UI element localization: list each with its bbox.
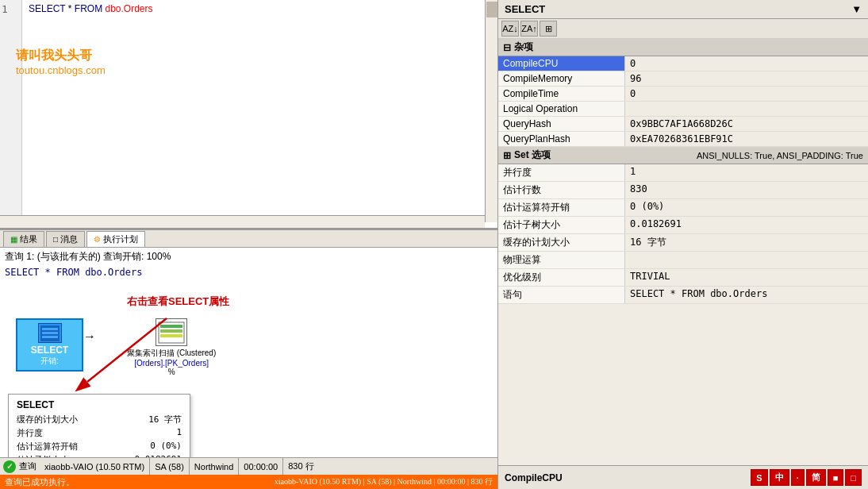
right-content: ⊟ 杂项 CompileCPU 0 CompileMemory 96 Compi…	[498, 39, 868, 465]
prop-val-est-subtree: 0.0182691	[625, 217, 868, 233]
prop-row-opt-level: 优化级别 TRIVIAL	[498, 269, 868, 287]
prop-key-est-cost: 估计运算符开销	[498, 199, 625, 216]
status-bar: ✓ 查询 xiaobb-VAIO (10.50 RTM) SA (58) Nor…	[0, 457, 497, 475]
sql-star: *	[68, 3, 75, 14]
prop-key-queryhash: QueryHash	[498, 117, 625, 131]
svg-rect-2	[42, 332, 58, 334]
status-query-text: 查询	[19, 460, 36, 472]
plus-icon: ⊞	[503, 150, 511, 161]
tooltip-key-0: 缓存的计划大小	[17, 414, 78, 425]
prop-val-compilecpu: 0	[625, 56, 868, 71]
tab-results[interactable]: ▦ 结果	[3, 231, 44, 247]
footer-btn-s[interactable]: S	[751, 469, 767, 486]
footer-btn-zh[interactable]: 中	[770, 469, 789, 486]
line-numbers: 1	[0, 0, 22, 228]
set-val: ANSI_NULLS: True, ANSI_PADDING: True	[697, 151, 863, 160]
misc-section: ⊟ 杂项 CompileCPU 0 CompileMemory 96 Compi…	[498, 39, 868, 147]
watermark-url: toutou.cnblogs.com	[16, 64, 106, 76]
watermark: 请叫我头头哥 toutou.cnblogs.com	[16, 48, 106, 76]
tooltip-title: SELECT	[17, 399, 182, 410]
right-footer: CompileCPU S 中 · 简 ■ □	[498, 465, 868, 489]
prop-val-physical-op	[625, 252, 868, 268]
prop-val-cache-size: 16 字节	[625, 234, 868, 251]
tooltip-row-3: 估计子树大小 0.0182691	[17, 454, 182, 457]
status-user: SA (58)	[150, 458, 190, 476]
select-node-sub: 开销:	[22, 356, 77, 367]
status-time: 00:00:00	[239, 458, 283, 476]
prop-row-est-cost: 估计运算符开销 0 (0%)	[498, 199, 868, 217]
prop-row-cache-size: 缓存的计划大小 16 字节	[498, 234, 868, 252]
sql-table: dbo.Orders	[106, 3, 153, 14]
tooltip-rows: 缓存的计划大小 16 字节 并行度 1 估计运算符开销 0 (0%) 估计子	[17, 414, 182, 457]
misc-section-label: 杂项	[514, 40, 533, 54]
status-check-icon: ✓	[3, 460, 16, 473]
vertical-scrollbar[interactable]	[485, 0, 497, 222]
prop-key-opt-level: 优化级别	[498, 269, 625, 286]
tooltip-row-0: 缓存的计划大小 16 字节	[17, 414, 182, 425]
prop-key-logical-op: Logical Operation	[498, 102, 625, 116]
prop-key-compilecpu: CompileCPU	[498, 56, 625, 71]
status-server: xiaobb-VAIO (10.50 RTM)	[40, 458, 150, 476]
error-text: 查询已成功执行。	[5, 476, 75, 488]
tab-execution-plan[interactable]: ⚙ 执行计划	[86, 231, 145, 247]
right-dropdown-arrow[interactable]: ▼	[851, 3, 862, 15]
bottom-tabs: ▦ 结果 □ 消息 ⚙ 执行计划	[0, 230, 497, 248]
prop-val-est-cost: 0 (0%)	[625, 199, 868, 216]
tooltip-val-3: 0.0182691	[134, 454, 182, 457]
footer-btn-box1[interactable]: ■	[828, 469, 844, 486]
grid-view-icon: ⊞	[545, 24, 552, 34]
prop-val-est-rows: 830	[625, 182, 868, 198]
prop-val-queryhash: 0x9BBC7AF1A668D26C	[625, 117, 868, 131]
query-header: 查询 1: (与该批有关的) 查询开销: 100%	[0, 248, 497, 266]
right-toolbar: AZ↓ ZA↑ ⊞	[498, 19, 868, 39]
sort-az-icon: AZ↓	[502, 24, 518, 33]
tooltip-key-3: 估计子树大小	[17, 454, 69, 457]
footer-buttons: S 中 · 简 ■ □	[751, 469, 862, 486]
select-node-label: SELECT	[22, 345, 77, 356]
footer-btn-jian[interactable]: 简	[806, 469, 826, 486]
right-panel: SELECT ▼ AZ↓ ZA↑ ⊞ ⊟ 杂项	[498, 0, 868, 489]
status-rows: 830 行	[283, 458, 318, 476]
prop-val-logical-op	[625, 102, 868, 116]
footer-btn-box2[interactable]: □	[845, 469, 862, 486]
misc-section-header[interactable]: ⊟ 杂项	[498, 39, 868, 56]
footer-btn-dot[interactable]: ·	[791, 469, 805, 486]
status-items: xiaobb-VAIO (10.50 RTM) SA (58) Northwin…	[40, 458, 319, 476]
status-db: Northwind	[190, 458, 240, 476]
annotation-text: 右击查看SELECT属性	[127, 295, 229, 309]
editor-main[interactable]: SELECT * FROM dbo.Orders	[24, 0, 497, 17]
set-section-header[interactable]: ⊞ Set 选项 ANSI_NULLS: True, ANSI_PADDING:…	[498, 147, 868, 164]
tab-messages[interactable]: □ 消息	[46, 231, 85, 247]
messages-icon: □	[53, 235, 58, 244]
svg-rect-3	[42, 336, 58, 338]
scrollbar-thumb[interactable]	[486, 2, 497, 17]
tab-results-label: 结果	[20, 233, 37, 245]
horizontal-scrollbar[interactable]	[0, 215, 485, 228]
grid-view-button[interactable]: ⊞	[540, 21, 557, 37]
tab-plan-label: 执行计划	[103, 233, 138, 245]
line-number: 1	[2, 3, 20, 15]
sort-za-button[interactable]: ZA↑	[520, 21, 538, 37]
footer-label: CompileCPU	[505, 472, 563, 483]
tooltip-val-1: 1	[176, 427, 182, 439]
prop-val-opt-level: TRIVIAL	[625, 269, 868, 286]
prop-key-statement: 语句	[498, 287, 625, 303]
prop-val-parallel: 1	[625, 164, 868, 181]
prop-row-compilememory: CompileMemory 96	[498, 71, 868, 87]
exec-plan-diagram: SELECT 开销: → 聚集索引扫描 (Clust	[0, 279, 497, 457]
sql-editor: 1 SELECT * FROM dbo.Orders 请叫我头头哥 toutou…	[0, 0, 497, 230]
tooltip-box: SELECT 缓存的计划大小 16 字节 并行度 1 估计运算符开销 0 (0%	[8, 394, 190, 457]
prop-key-physical-op: 物理运算	[498, 252, 625, 268]
prop-row-parallel: 并行度 1	[498, 164, 868, 182]
left-panel: 1 SELECT * FROM dbo.Orders 请叫我头头哥 toutou…	[0, 0, 498, 489]
watermark-title: 请叫我头头哥	[16, 48, 106, 64]
set-section-label: Set 选项	[514, 148, 551, 162]
select-node[interactable]: SELECT 开销:	[16, 318, 83, 372]
prop-key-queryplanhash: QueryPlanHash	[498, 132, 625, 146]
sort-az-button[interactable]: AZ↓	[501, 21, 519, 37]
select-icon-svg	[40, 325, 60, 341]
error-bar-status: xiaobb-VAIO (10.50 RTM) | SA (58) | Nort…	[275, 476, 493, 487]
prop-key-cache-size: 缓存的计划大小	[498, 234, 625, 251]
right-title: SELECT	[505, 3, 545, 15]
prop-row-est-subtree: 估计子树大小 0.0182691	[498, 217, 868, 234]
